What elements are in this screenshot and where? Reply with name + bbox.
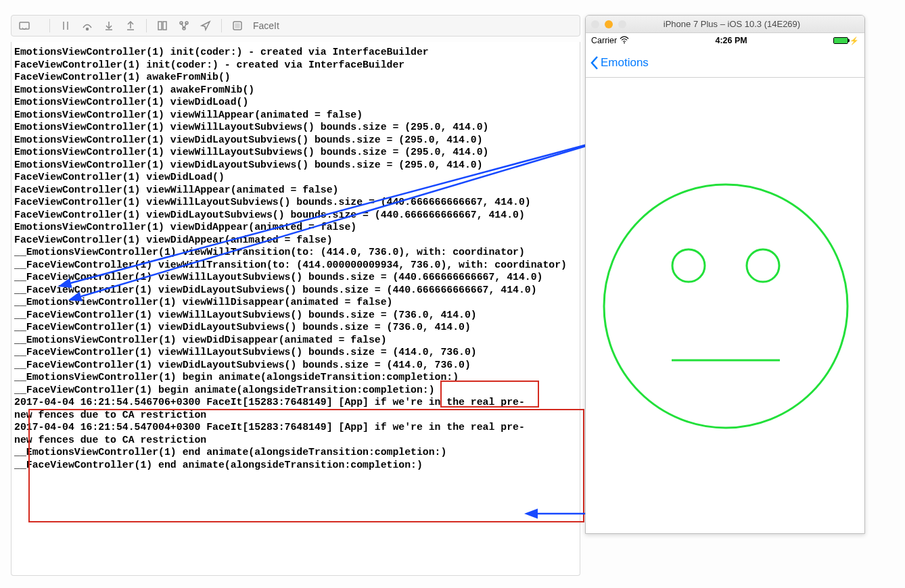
console-line: FaceViewController(1) viewDidLayoutSubvi… xyxy=(14,209,578,222)
svg-point-24 xyxy=(747,249,779,282)
console-line: EmotionsViewController(1) viewWillLayout… xyxy=(14,146,578,159)
console-line: EmotionsViewController(1) viewDidLayoutS… xyxy=(14,134,578,147)
console-line: __FaceViewController(1) viewWillTransiti… xyxy=(14,259,578,272)
console-line: EmotionsViewController(1) viewWillLayout… xyxy=(14,121,578,134)
console-line: FaceViewController(1) viewWillLayoutSubv… xyxy=(14,196,578,209)
console-line: __FaceViewController(1) viewWillLayoutSu… xyxy=(14,346,578,359)
svg-point-23 xyxy=(672,249,705,282)
console-line: __FaceViewController(1) viewDidLayoutSub… xyxy=(14,359,578,372)
face-drawing xyxy=(597,178,854,435)
minimize-icon[interactable] xyxy=(605,20,613,28)
step-in-icon[interactable] xyxy=(103,20,115,32)
console-line: __EmotionsViewController(1) viewDidDisap… xyxy=(14,334,578,347)
close-icon[interactable] xyxy=(591,20,599,28)
console-line: FaceViewController(1) viewWillAppear(ani… xyxy=(14,184,578,197)
step-out-icon[interactable] xyxy=(124,20,137,32)
console-line: FaceViewController(1) viewDidLoad() xyxy=(14,171,578,184)
console-line: FaceViewController(1) viewDidAppear(anim… xyxy=(14,234,578,247)
console-line: __FaceViewController(1) viewWillLayoutSu… xyxy=(14,309,578,322)
console-line: __FaceViewController(1) viewDidLayoutSub… xyxy=(14,284,578,297)
console-line: __EmotionsViewController(1) begin animat… xyxy=(14,371,578,384)
console-line: __FaceViewController(1) viewWillLayoutSu… xyxy=(14,271,578,284)
battery-icon: ⚡ xyxy=(833,36,859,45)
svg-point-22 xyxy=(604,185,848,428)
simulator-title: iPhone 7 Plus – iOS 10.3 (14E269) xyxy=(618,19,845,29)
console-line: __EmotionsViewController(1) viewWillTran… xyxy=(14,246,578,259)
wifi-icon xyxy=(620,35,629,47)
chevron-left-icon xyxy=(590,55,599,70)
pause-icon[interactable] xyxy=(60,20,72,32)
face-view[interactable] xyxy=(586,78,865,534)
status-time: 4:26 PM xyxy=(715,36,747,45)
debug-view-icon[interactable] xyxy=(156,20,168,32)
console-line: EmotionsViewController(1) awakeFromNib() xyxy=(14,84,578,97)
console-line: __EmotionsViewController(1) end animate(… xyxy=(14,446,578,459)
svg-rect-8 xyxy=(158,22,162,30)
debug-console[interactable]: EmotionsViewController(1) init(coder:) -… xyxy=(11,42,580,576)
scheme-label[interactable]: FaceIt xyxy=(253,20,279,31)
console-line: FaceViewController(1) awakeFromNib() xyxy=(14,71,578,84)
carrier-label: Carrier xyxy=(591,36,617,45)
console-line: EmotionsViewController(1) viewDidLoad() xyxy=(14,96,578,109)
ios-status-bar: Carrier 4:26 PM ⚡ xyxy=(586,33,864,48)
svg-marker-15 xyxy=(202,22,210,30)
svg-rect-9 xyxy=(163,22,166,30)
simulator-titlebar: iPhone 7 Plus – iOS 10.3 (14E269) xyxy=(586,16,864,33)
console-line: __EmotionsViewController(1) viewWillDisa… xyxy=(14,296,578,309)
nav-bar: Emotions xyxy=(586,48,864,78)
console-line: EmotionsViewController(1) viewWillAppear… xyxy=(14,109,578,122)
debug-toolbar: FaceIt xyxy=(11,15,580,36)
process-icon[interactable] xyxy=(231,20,243,32)
console-line: 2017-04-04 16:21:54.546706+0300 FaceIt[1… xyxy=(14,396,578,409)
back-label: Emotions xyxy=(601,56,649,70)
svg-point-21 xyxy=(624,42,625,43)
console-line: __FaceViewController(1) end animate(alon… xyxy=(14,459,578,472)
console-line: new fences due to CA restriction xyxy=(14,409,578,422)
svg-rect-17 xyxy=(235,24,239,28)
simulator-window: iPhone 7 Plus – iOS 10.3 (14E269) Carrie… xyxy=(585,15,865,534)
back-button[interactable]: Emotions xyxy=(590,55,649,70)
console-line: EmotionsViewController(1) viewDidAppear(… xyxy=(14,221,578,234)
svg-point-3 xyxy=(87,28,89,30)
console-line: EmotionsViewController(1) viewDidLayoutS… xyxy=(14,159,578,172)
console-line: 2017-04-04 16:21:54.547004+0300 FaceIt[1… xyxy=(14,421,578,434)
location-icon[interactable] xyxy=(200,20,212,32)
console-line: new fences due to CA restriction xyxy=(14,434,578,447)
console-line: __FaceViewController(1) viewDidLayoutSub… xyxy=(14,321,578,334)
console-line: __FaceViewController(1) begin animate(al… xyxy=(14,384,578,397)
console-line: FaceViewController(1) init(coder:) - cre… xyxy=(14,59,578,72)
memory-graph-icon[interactable] xyxy=(178,20,190,32)
console-toggle-icon[interactable] xyxy=(18,20,30,32)
step-over-icon[interactable] xyxy=(81,20,93,32)
svg-rect-0 xyxy=(20,22,29,29)
console-line: EmotionsViewController(1) init(coder:) -… xyxy=(14,46,578,59)
